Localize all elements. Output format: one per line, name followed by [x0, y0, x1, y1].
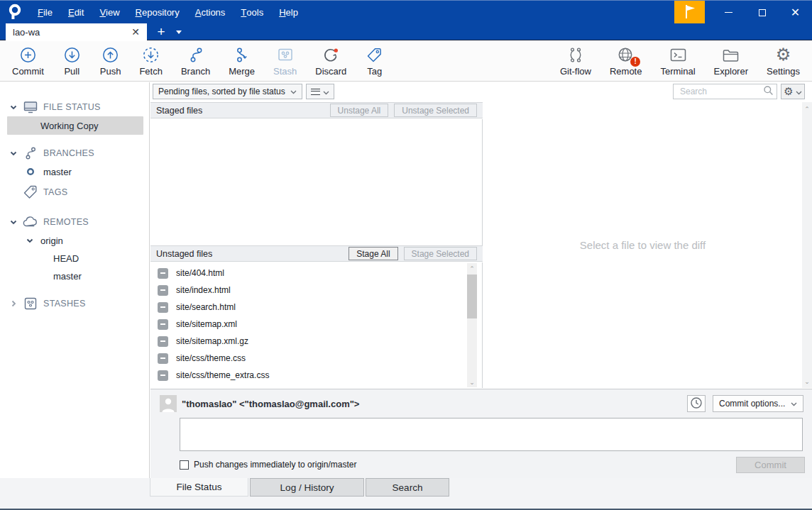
file-status-minus-icon	[158, 353, 168, 364]
file-row[interactable]: site/sitemap.xml.gz	[150, 333, 482, 350]
minimize-button[interactable]	[712, 1, 745, 24]
tab-list-caret-icon[interactable]	[176, 31, 182, 34]
menu-file[interactable]: File	[30, 1, 60, 23]
tag-toolbar-button[interactable]: Tag	[356, 41, 393, 81]
file-row[interactable]: site/index.html	[150, 282, 482, 299]
remote-globe-icon: !	[616, 45, 635, 65]
view-options-dropdown[interactable]	[306, 84, 334, 99]
gitflow-toolbar-button[interactable]: Git-flow	[551, 41, 600, 81]
menu-repository[interactable]: Repository	[128, 1, 187, 23]
chevron-down-icon[interactable]	[26, 238, 34, 243]
sidebar-section-remotes[interactable]: REMOTES	[0, 213, 149, 231]
tab-search[interactable]: Search	[366, 478, 449, 497]
settings-toolbar-button[interactable]: ⚙ Settings	[757, 41, 809, 81]
merge-toolbar-button[interactable]: Merge	[219, 41, 264, 81]
file-row[interactable]: site/css/theme_extra.css	[150, 367, 482, 384]
sidebar-section-branches[interactable]: BRANCHES	[0, 144, 149, 162]
sidebar-item-origin-master[interactable]: master	[0, 267, 149, 285]
toolbar-label: Git-flow	[560, 66, 591, 77]
scroll-up-icon[interactable]: ⌃	[467, 263, 477, 274]
commit-history-clock-button[interactable]	[687, 395, 706, 412]
unstaged-files-list: site/404.html site/index.html site/searc…	[150, 262, 483, 388]
stage-all-button[interactable]: Stage All	[349, 247, 397, 260]
chevron-down-icon[interactable]	[9, 105, 18, 110]
toolbar-label: Stash	[273, 66, 297, 77]
unstaged-files-header: Unstaged files Stage All Stage Selected	[150, 245, 483, 262]
push-toolbar-button[interactable]: Push	[91, 41, 131, 81]
sidebar-item-origin[interactable]: origin	[0, 231, 149, 250]
file-row[interactable]: site/css/theme.css	[150, 350, 482, 367]
sidebar-item-label: Working Copy	[40, 121, 98, 131]
diff-placeholder-text: Select a file to view the diff	[580, 239, 706, 251]
search-input[interactable]	[679, 86, 763, 97]
file-name: site/sitemap.xml.gz	[176, 336, 248, 346]
remote-toolbar-button[interactable]: ! Remote	[600, 41, 652, 81]
scroll-down-icon[interactable]: ⌄	[802, 376, 812, 387]
sidebar-item-working-copy[interactable]: Working Copy	[7, 116, 143, 135]
explorer-toolbar-button[interactable]: Explorer	[705, 41, 757, 81]
tab-log-history[interactable]: Log / History	[250, 478, 364, 497]
chevron-down-icon[interactable]	[9, 220, 18, 225]
sidebar: FILE STATUS Working Copy BRANCHES master…	[0, 82, 150, 478]
terminal-icon	[669, 45, 688, 65]
push-immediately-checkbox[interactable]	[180, 460, 189, 470]
menu-bar: File Edit View Repository Actions Tools …	[30, 1, 306, 23]
commit-options-dropdown[interactable]: Commit options...	[713, 395, 803, 412]
stage-selected-button[interactable]: Stage Selected	[404, 247, 477, 260]
file-row[interactable]: site/sitemap.xml	[150, 316, 482, 333]
pull-icon	[62, 45, 82, 65]
sidebar-section-stashes[interactable]: STASHES	[0, 294, 149, 313]
fetch-toolbar-button[interactable]: Fetch	[130, 41, 172, 81]
chevron-right-icon[interactable]	[9, 300, 18, 307]
branch-toolbar-button[interactable]: Branch	[172, 41, 219, 81]
terminal-toolbar-button[interactable]: Terminal	[651, 41, 704, 81]
unstaged-files-title: Unstaged files	[156, 249, 212, 259]
commit-toolbar-button[interactable]: Commit	[3, 41, 53, 81]
sidebar-section-tags[interactable]: TAGS	[0, 181, 149, 204]
commit-button[interactable]: Commit	[736, 457, 805, 473]
chevron-down-icon[interactable]	[9, 151, 18, 156]
scrollbar-thumb[interactable]	[467, 275, 477, 318]
menu-actions[interactable]: Actions	[187, 1, 234, 23]
ime-flag-button[interactable]	[674, 1, 705, 24]
repo-tab[interactable]: lao-wa ✕	[6, 23, 147, 40]
scroll-up-icon[interactable]: ⌃	[802, 104, 812, 114]
file-row[interactable]: site/404.html	[150, 265, 482, 282]
new-tab-button[interactable]: +	[152, 23, 170, 40]
maximize-icon	[759, 9, 766, 16]
unstage-all-button[interactable]: Unstage All	[330, 104, 389, 117]
staged-files-list[interactable]	[150, 119, 483, 245]
sidebar-item-origin-head[interactable]: HEAD	[0, 250, 149, 267]
repo-settings-dropdown[interactable]: ⚙	[781, 84, 805, 99]
sidebar-section-file-status[interactable]: FILE STATUS	[0, 98, 149, 116]
menu-help[interactable]: Help	[271, 1, 306, 23]
file-row[interactable]: site/search.html	[150, 299, 482, 316]
toolbar-label: Remote	[610, 66, 642, 77]
menu-tools[interactable]: Tools	[233, 1, 271, 23]
close-button[interactable]: ✕	[779, 1, 812, 24]
file-name: site/index.html	[176, 285, 231, 295]
commit-message-input[interactable]	[180, 418, 803, 451]
unstage-selected-button[interactable]: Unstage Selected	[394, 104, 477, 117]
clock-icon	[690, 397, 703, 411]
discard-icon	[322, 45, 341, 65]
pull-toolbar-button[interactable]: Pull	[53, 41, 91, 81]
diff-scrollbar[interactable]: ⌃ ⌄	[802, 102, 812, 388]
unstaged-list-scrollbar[interactable]: ⌃ ⌄	[467, 263, 477, 387]
chevron-down-icon	[290, 87, 297, 96]
sourcetree-window: File Edit View Repository Actions Tools …	[0, 0, 812, 510]
push-checkbox-row: Push changes immediately to origin/maste…	[180, 460, 356, 470]
pending-files-filter-dropdown[interactable]: Pending files, sorted by file status	[153, 84, 302, 99]
file-status-minus-icon	[158, 285, 168, 296]
menu-view[interactable]: View	[92, 1, 127, 23]
toolbar-label: Branch	[181, 66, 210, 77]
tab-file-status[interactable]: File Status	[150, 478, 248, 497]
stash-toolbar-button: Stash	[264, 41, 306, 81]
scroll-down-icon[interactable]: ⌄	[467, 377, 477, 387]
discard-toolbar-button[interactable]: Discard	[306, 41, 356, 81]
tab-close-icon[interactable]: ✕	[131, 27, 140, 37]
menu-edit[interactable]: Edit	[60, 1, 92, 23]
maximize-button[interactable]	[745, 1, 779, 24]
sidebar-item-branch-master[interactable]: master	[0, 162, 149, 181]
toolbar-label: Fetch	[139, 66, 163, 77]
